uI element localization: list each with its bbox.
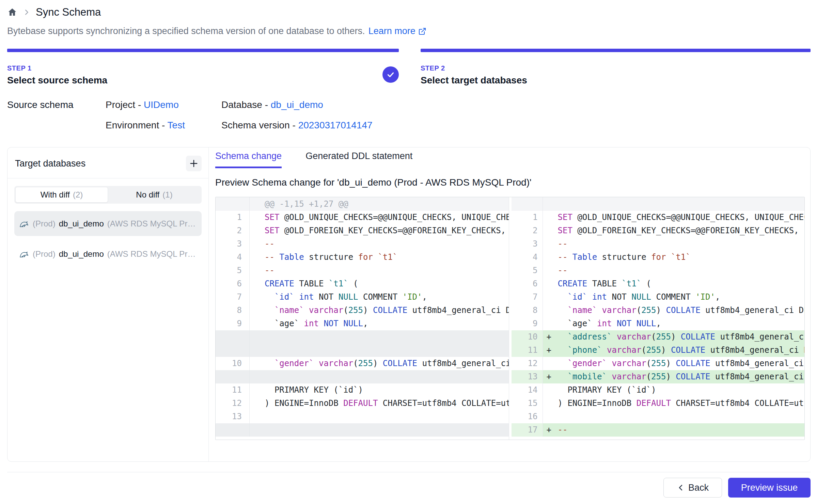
step-2: STEP 2 Select target databases — [421, 49, 811, 86]
line-number: 9 — [512, 317, 543, 330]
breadcrumb: Sync Schema — [7, 0, 811, 18]
line-number: 2 — [216, 224, 250, 237]
diff-row: 6CREATE TABLE `t1` ( — [512, 277, 805, 290]
schema-change-area: Schema change Generated DDL statement Pr… — [208, 147, 810, 461]
preview-issue-button[interactable]: Preview issue — [728, 478, 811, 498]
code-line — [250, 410, 509, 423]
code-line: `id` int NOT NULL COMMENT 'ID', — [543, 290, 805, 304]
line-number — [216, 197, 250, 211]
environment-link[interactable]: Test — [168, 120, 185, 130]
added-line-marker: + — [547, 344, 551, 357]
source-project: Project - UIDemo — [106, 99, 221, 110]
line-number: 5 — [512, 264, 543, 277]
database-instance: (AWS RDS MySQL Prod) — [107, 219, 197, 229]
back-button[interactable]: Back — [663, 478, 722, 498]
line-number: 7 — [216, 290, 250, 304]
line-number: 12 — [216, 397, 250, 410]
diff-row: 1SET @OLD_UNIQUE_CHECKS=@@UNIQUE_CHECKS,… — [512, 211, 805, 224]
code-line: SET @OLD_UNIQUE_CHECKS=@@UNIQUE_CHECKS, … — [250, 211, 509, 224]
tab-generated-ddl[interactable]: Generated DDL statement — [305, 151, 412, 168]
line-number: 8 — [216, 304, 250, 317]
project-link[interactable]: UIDemo — [144, 99, 179, 110]
database-instance: (AWS RDS MySQL Prod 2) — [107, 249, 197, 259]
step-2-label: STEP 2 — [421, 64, 811, 72]
database-list-item[interactable]: (Prod)db_ui_demo(AWS RDS MySQL Prod 2) — [14, 241, 202, 266]
code-line: CREATE TABLE `t1` ( — [543, 277, 805, 290]
diff-row: 14 PRIMARY KEY (`id`) — [512, 383, 805, 397]
code-line: -- — [250, 264, 509, 277]
home-icon[interactable] — [7, 7, 17, 17]
code-line: + `phone` varchar(255) COLLATE utf8mb4_g… — [543, 344, 805, 357]
line-number: 7 — [512, 290, 543, 304]
database-name: db_ui_demo — [59, 249, 104, 259]
line-number: 3 — [216, 237, 250, 251]
diff-row: 9 `age` int NOT NULL, — [512, 317, 805, 330]
external-link-icon — [418, 27, 426, 35]
diff-row — [512, 197, 805, 211]
diff-view: @@ -1,15 +1,27 @@1SET @OLD_UNIQUE_CHECKS… — [215, 197, 805, 440]
chevron-left-icon — [677, 484, 685, 492]
line-number: 12 — [512, 357, 543, 370]
sync-schema-page: Sync Schema Bytebase supports synchroniz… — [0, 0, 816, 504]
wizard-steps: STEP 1 Select source schema STEP 2 Selec… — [7, 49, 811, 86]
learn-more-link[interactable]: Learn more — [368, 26, 426, 36]
added-line-marker: + — [547, 423, 551, 437]
code-line: -- — [543, 264, 805, 277]
diff-row: 7 `id` int NOT NULL COMMENT 'ID', — [216, 290, 509, 304]
code-line: + `address` varchar(255) COLLATE utf8mb4… — [543, 330, 805, 344]
line-number: 2 — [512, 224, 543, 237]
code-line — [250, 344, 509, 357]
mysql-icon — [19, 219, 29, 229]
code-line: `gender` varchar(255) COLLATE utf8mb4_ge… — [250, 357, 509, 370]
line-number — [216, 423, 250, 437]
code-line — [543, 197, 805, 211]
line-number — [216, 330, 250, 344]
diff-row: 3-- — [512, 237, 805, 251]
diff-row: 11 PRIMARY KEY (`id`) — [216, 383, 509, 397]
diff-row: 4-- Table structure for `t1` — [512, 251, 805, 264]
diff-row: 16 — [512, 410, 805, 423]
line-number: 11 — [216, 383, 250, 397]
diff-row: 10+ `address` varchar(255) COLLATE utf8m… — [512, 330, 805, 344]
code-line: `id` int NOT NULL COMMENT 'ID', — [250, 290, 509, 304]
add-target-database-button[interactable] — [186, 156, 202, 171]
line-number: 5 — [216, 264, 250, 277]
diff-row: 12) ENGINE=InnoDB DEFAULT CHARSET=utf8mb… — [216, 397, 509, 410]
diff-row: 7 `id` int NOT NULL COMMENT 'ID', — [512, 290, 805, 304]
diff-row: 8 `name` varchar(255) COLLATE utf8mb4_ge… — [216, 304, 509, 317]
diff-row: 11+ `phone` varchar(255) COLLATE utf8mb4… — [512, 344, 805, 357]
line-number: 14 — [512, 383, 543, 397]
diff-row: 1SET @OLD_UNIQUE_CHECKS=@@UNIQUE_CHECKS,… — [216, 211, 509, 224]
database-link[interactable]: db_ui_demo — [271, 99, 323, 110]
line-number: 10 — [216, 357, 250, 370]
target-databases-title: Target databases — [15, 158, 85, 169]
schema-version-link[interactable]: 20230317014147 — [298, 120, 373, 130]
tab-schema-change[interactable]: Schema change — [215, 151, 282, 168]
source-database: Database - db_ui_demo — [221, 99, 811, 110]
footer-actions: Back Preview issue — [7, 478, 811, 498]
line-number: 4 — [216, 251, 250, 264]
preview-title: Preview Schema change for 'db_ui_demo (P… — [215, 177, 805, 188]
chevron-right-icon — [23, 9, 30, 16]
database-list-item[interactable]: (Prod)db_ui_demo(AWS RDS MySQL Prod) — [14, 211, 202, 236]
line-number: 1 — [216, 211, 250, 224]
diff-row — [216, 370, 509, 383]
line-number: 10 — [512, 330, 543, 344]
source-schema-summary: Source schema Project - UIDemo Database … — [7, 99, 811, 131]
diff-row — [216, 330, 509, 344]
step-1-title: Select source schema — [7, 75, 399, 86]
tab-with-diff[interactable]: With diff (2) — [15, 187, 108, 203]
line-number: 13 — [216, 410, 250, 423]
added-line-marker: + — [547, 330, 551, 344]
code-line: SET @OLD_FOREIGN_KEY_CHECKS=@@FOREIGN_KE… — [250, 224, 509, 237]
tab-no-diff[interactable]: No diff (1) — [108, 187, 201, 203]
diff-row: 3-- — [216, 237, 509, 251]
diff-row: 6CREATE TABLE `t1` ( — [216, 277, 509, 290]
line-number: 11 — [512, 344, 543, 357]
code-line: ) ENGINE=InnoDB DEFAULT CHARSET=utf8mb4 … — [543, 397, 805, 410]
diff-pane-target: 1SET @OLD_UNIQUE_CHECKS=@@UNIQUE_CHECKS,… — [512, 197, 805, 440]
code-line: `age` int NOT NULL, — [543, 317, 805, 330]
code-line: -- Table structure for `t1` — [250, 251, 509, 264]
source-schema-label: Source schema — [7, 99, 106, 110]
footer-divider — [7, 472, 811, 472]
